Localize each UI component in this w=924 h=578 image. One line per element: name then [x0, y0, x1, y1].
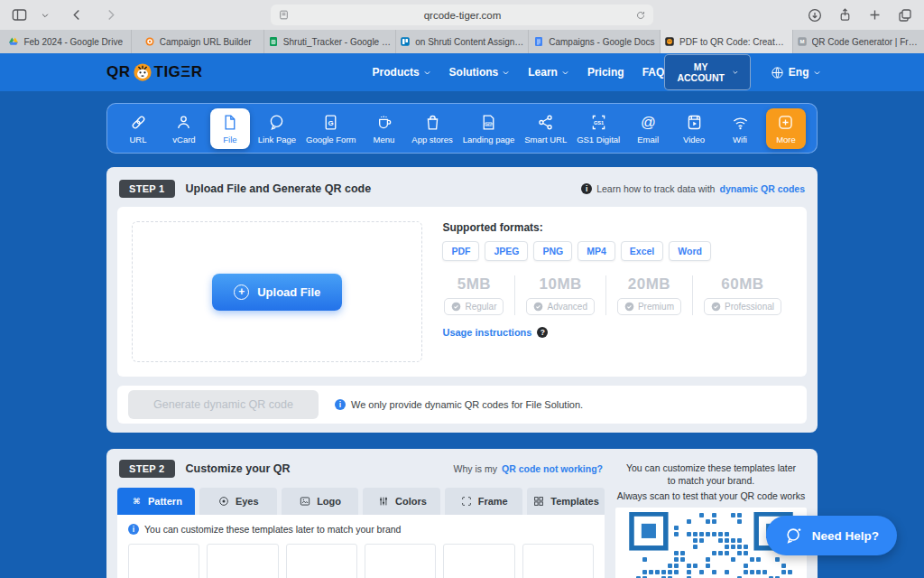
format-chip-word[interactable]: Word: [669, 241, 711, 261]
qr-type-landing-page[interactable]: HTMLLanding page: [461, 109, 517, 148]
nav-label: Products: [373, 66, 420, 79]
sidebar-toggle-icon[interactable]: [11, 6, 28, 23]
check-circle-icon: [533, 302, 543, 312]
downloads-icon[interactable]: [807, 7, 823, 23]
qr-type-label: App stores: [411, 135, 452, 144]
share-icon[interactable]: [837, 7, 853, 23]
customize-tab-eyes[interactable]: Eyes: [199, 488, 277, 515]
qr-not-working-link[interactable]: QR code not working?: [502, 463, 603, 474]
svg-text:@: @: [641, 113, 656, 130]
pattern-swatch-1[interactable]: [128, 544, 199, 578]
format-chip-pdf[interactable]: PDF: [442, 241, 479, 261]
image-icon: [299, 495, 311, 508]
tab-title: on Shruti Content Assignme...: [415, 37, 523, 47]
qr-type-google-form[interactable]: GGoogle Form: [304, 109, 357, 148]
nav-label: Pricing: [587, 66, 624, 79]
usage-instructions-link[interactable]: Usage instructions: [442, 327, 531, 338]
qr-type-smart-url[interactable]: Smart URL: [522, 109, 568, 148]
google-form-icon: G: [321, 113, 340, 132]
nav-item-faq[interactable]: FAQ: [642, 66, 665, 79]
browser-tab-5[interactable]: Campaigns - Google Docs: [529, 30, 661, 53]
pattern-swatch-2[interactable]: [207, 544, 278, 578]
customize-tab-colors[interactable]: Colors: [363, 488, 440, 515]
svg-text:G: G: [328, 118, 334, 126]
browser-tab-2[interactable]: Campaign URL Builder: [132, 30, 263, 53]
back-button-icon[interactable]: [69, 7, 85, 23]
file-dropzone[interactable]: + Upload File: [132, 221, 422, 362]
language-selector[interactable]: Eng: [771, 66, 822, 79]
customize-tab-label: Templates: [550, 496, 599, 507]
dynamic-qr-codes-link[interactable]: dynamic QR codes: [719, 183, 805, 194]
nav-item-learn[interactable]: Learn: [528, 66, 569, 79]
google-docs-favicon: [533, 36, 544, 47]
customize-tab-label: Pattern: [148, 496, 182, 507]
chevron-down-icon[interactable]: [41, 11, 50, 20]
pattern-swatch-6[interactable]: [522, 544, 594, 578]
browser-tab-3[interactable]: Shruti_Tracker - Google Sh...: [264, 30, 396, 53]
qr-type-url[interactable]: URL: [118, 109, 158, 148]
reload-icon[interactable]: [635, 10, 646, 21]
tier-professional: 60MBProfessional: [693, 275, 792, 315]
nav-item-pricing[interactable]: Pricing: [587, 66, 624, 79]
eye-target-icon: [217, 495, 230, 508]
customize-tab-pattern[interactable]: ⌘Pattern: [117, 488, 195, 515]
new-tab-icon[interactable]: [867, 7, 882, 23]
customize-tab-frame[interactable]: Frame: [445, 488, 522, 515]
upload-file-button[interactable]: + Upload File: [212, 274, 342, 311]
format-chip-png[interactable]: PNG: [533, 241, 572, 261]
tab-overview-icon[interactable]: [897, 7, 913, 23]
qrtiger-logo[interactable]: QR TIGΞR: [106, 62, 203, 82]
my-account-button[interactable]: MY ACCOUNT: [664, 54, 751, 90]
pattern-swatch-5[interactable]: [443, 544, 514, 578]
pattern-swatch-4[interactable]: [365, 544, 436, 578]
tier-plan-badge: Professional: [704, 298, 781, 315]
customize-tab-logo[interactable]: Logo: [282, 488, 359, 515]
supported-formats-label: Supported formats:: [442, 221, 792, 234]
google-sheets-favicon: [268, 36, 279, 47]
plus-square-icon: [776, 113, 795, 132]
forward-button-icon[interactable]: [103, 7, 118, 23]
need-help-button[interactable]: Need Help?: [766, 516, 897, 555]
browser-tab-4[interactable]: on Shruti Content Assignme...: [396, 30, 528, 53]
browser-tab-6[interactable]: PDF to QR Code: Create Sc...: [661, 30, 792, 53]
qr-not-working-note: Why is my QR code not working?: [454, 463, 603, 474]
nav-item-solutions[interactable]: Solutions: [449, 66, 511, 79]
sliders-icon: [377, 495, 390, 508]
tier-size: 60MB: [704, 275, 781, 294]
format-chip-mp4[interactable]: MP4: [578, 241, 615, 261]
format-chip-jpeg[interactable]: JPEG: [485, 241, 528, 261]
generate-qr-button[interactable]: Generate dynamic QR code: [128, 390, 319, 419]
tier-plan-badge: Premium: [617, 298, 681, 315]
qr-type-menu[interactable]: Menu: [364, 109, 403, 148]
qr-type-video[interactable]: Video: [674, 109, 714, 148]
format-chip-excel[interactable]: Excel: [621, 241, 663, 261]
qr-type-label: Google Form: [306, 135, 356, 144]
chevron-down-icon: [561, 69, 569, 77]
track-data-note: i Learn how to track data with dynamic Q…: [581, 183, 805, 194]
person-icon: [174, 113, 193, 132]
qr-type-file[interactable]: File: [210, 108, 250, 149]
customize-tab-templates[interactable]: Templates: [527, 488, 605, 515]
qr-type-email[interactable]: @Email: [628, 109, 668, 148]
browser-tab-7[interactable]: MQR Code Generator | Free Q...: [793, 30, 924, 53]
pattern-swatch-3[interactable]: [286, 544, 357, 578]
page-settings-icon[interactable]: [278, 9, 290, 21]
file-icon: [220, 113, 239, 132]
qr-type-app-stores[interactable]: App stores: [410, 109, 454, 148]
preview-scan-note: Always scan to test that your QR code wo…: [615, 490, 807, 501]
at-sign-icon: @: [639, 113, 658, 132]
info-icon: i: [581, 183, 592, 194]
tier-regular: 5MBRegular: [442, 275, 515, 315]
qr-type-gs1-digital[interactable]: GS1GS1 Digital: [575, 109, 622, 148]
qr-type-vcard[interactable]: vCard: [164, 109, 204, 148]
chat-bubble-icon: [784, 526, 804, 545]
qr-type-label: Landing page: [463, 135, 515, 144]
svg-text:HTML: HTML: [485, 122, 492, 126]
browser-tab-1[interactable]: Feb 2024 - Google Drive: [0, 30, 132, 53]
qr-type-wifi[interactable]: Wifi: [720, 109, 760, 148]
qr-type-more[interactable]: More: [766, 108, 806, 149]
url-bar[interactable]: qrcode-tiger.com: [271, 5, 653, 25]
tier-size: 5MB: [444, 275, 504, 294]
qr-type-link-page[interactable]: Link Page: [256, 109, 298, 148]
nav-item-products[interactable]: Products: [373, 66, 431, 79]
